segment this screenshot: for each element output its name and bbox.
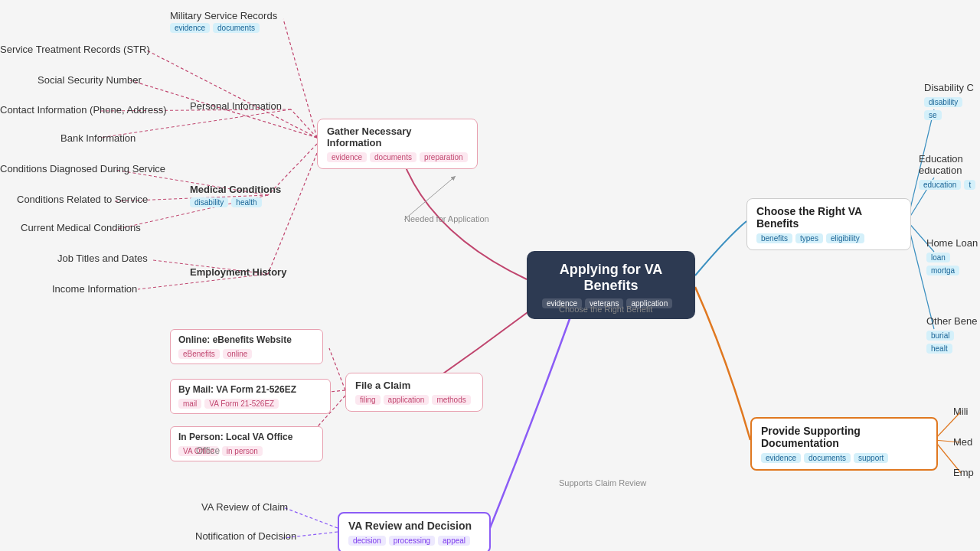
tag-evidence: evidence bbox=[327, 152, 367, 162]
leaf-office: Office bbox=[196, 445, 220, 456]
file-claim-tags: filing application methods bbox=[355, 395, 473, 405]
edge-label-choose-right: Choose the Right Benefit bbox=[559, 305, 652, 314]
node-by-mail[interactable]: By Mail: VA Form 21-526EZ mail VA Form 2… bbox=[170, 379, 331, 414]
leaf-notification: Notification of Decision bbox=[195, 530, 296, 542]
tag-application: application bbox=[384, 395, 430, 405]
leaf-bank: Bank Information bbox=[60, 132, 136, 144]
tag-se: se bbox=[924, 110, 942, 120]
in-person-title: In Person: Local VA Office bbox=[178, 432, 315, 442]
node-provide-docs[interactable]: Provide Supporting Documentation evidenc… bbox=[750, 417, 938, 471]
leaf-medical-tags: disability health bbox=[190, 197, 262, 207]
mind-map-canvas: Applying for VA Benefits evidence vetera… bbox=[0, 0, 980, 551]
node-file-claim[interactable]: File a Claim filing application methods bbox=[345, 373, 483, 412]
tag-mail: mail bbox=[178, 399, 201, 409]
leaf-medical-conditions: Medical Conditions bbox=[190, 184, 281, 195]
node-in-person[interactable]: In Person: Local VA Office VA Office in … bbox=[170, 426, 323, 461]
leaf-va-review-claim: VA Review of Claim bbox=[201, 501, 288, 513]
edge-label-needed: Needed for Application bbox=[404, 214, 489, 223]
home-loan-tags: loan mortga bbox=[926, 253, 980, 276]
tag-benefits2: benefits bbox=[756, 233, 792, 243]
edge-label-supports: Supports Claim Review bbox=[559, 478, 646, 487]
tag-types: types bbox=[795, 233, 823, 243]
choose-tags: benefits types eligibility bbox=[756, 233, 901, 243]
tag-eligibility: eligibility bbox=[826, 233, 864, 243]
node-education[interactable]: Education education education t bbox=[919, 153, 980, 190]
disability-tags: disability se bbox=[924, 97, 980, 120]
svg-line-1 bbox=[145, 50, 317, 138]
tag-methods: methods bbox=[432, 395, 470, 405]
tag-online: online bbox=[223, 349, 253, 359]
leaf-ssn: Social Security Number bbox=[38, 74, 142, 86]
node-online-ebenefits[interactable]: Online: eBenefits Website eBenefits onli… bbox=[170, 329, 323, 364]
main-node-title: Applying for VA Benefits bbox=[542, 262, 680, 294]
tag-evidence-leaf: evidence bbox=[170, 23, 210, 33]
leaf-military-tags: evidence documents bbox=[170, 23, 260, 33]
svg-line-16 bbox=[283, 507, 338, 528]
svg-line-3 bbox=[291, 109, 317, 138]
choose-title: Choose the Right VA Benefits bbox=[756, 205, 901, 230]
svg-line-13 bbox=[329, 348, 345, 390]
leaf-conditions-during: Conditions Diagnosed During Service bbox=[0, 163, 165, 174]
provide-title: Provide Supporting Documentation bbox=[761, 425, 927, 449]
tag-burial: burial bbox=[926, 331, 954, 341]
mail-title: By Mail: VA Form 21-526EZ bbox=[178, 384, 322, 395]
education-tags: education t bbox=[919, 180, 980, 190]
online-tags: eBenefits online bbox=[178, 349, 315, 359]
leaf-personal-info: Personal Information bbox=[190, 100, 282, 112]
tag-processing: processing bbox=[389, 536, 435, 546]
leaf-contact: Contact Information (Phone, Address) bbox=[0, 104, 167, 116]
tag-ebenefits: eBenefits bbox=[178, 349, 220, 359]
leaf-emp-right: Emp bbox=[953, 467, 974, 478]
node-va-review-decision[interactable]: VA Review and Decision decision processi… bbox=[338, 512, 491, 551]
gather-title: Gather Necessary Information bbox=[327, 126, 468, 148]
online-title: Online: eBenefits Website bbox=[178, 334, 315, 345]
tag-education: education bbox=[919, 180, 961, 190]
tag-vaform: VA Form 21-526EZ bbox=[204, 399, 279, 409]
node-gather[interactable]: Gather Necessary Information evidence do… bbox=[317, 119, 478, 169]
leaf-income: Income Information bbox=[52, 283, 137, 295]
tag-healt: healt bbox=[926, 344, 952, 354]
tag-disability2: disability bbox=[924, 97, 962, 107]
node-disability-c[interactable]: Disability C disability se bbox=[924, 82, 980, 120]
tag-loan: loan bbox=[926, 253, 950, 262]
leaf-current-medical: Current Medical Conditions bbox=[21, 222, 141, 233]
leaf-military-records: Military Service Records bbox=[170, 10, 277, 21]
tag-support: support bbox=[854, 453, 888, 463]
tag-decision: decision bbox=[348, 536, 386, 546]
tag-appeal: appeal bbox=[438, 536, 470, 546]
mail-tags: mail VA Form 21-526EZ bbox=[178, 399, 322, 409]
tag-health: health bbox=[231, 197, 261, 207]
leaf-mili-right: Mili bbox=[953, 406, 969, 417]
node-home-loan[interactable]: Home Loan loan mortga bbox=[926, 237, 980, 276]
tag-t: t bbox=[964, 180, 975, 190]
tag-disability: disability bbox=[190, 197, 228, 207]
tag-evidence2: evidence bbox=[761, 453, 801, 463]
home-loan-title: Home Loan bbox=[926, 237, 980, 249]
disability-title: Disability C bbox=[924, 82, 980, 93]
other-bene-title: Other Bene bbox=[926, 315, 980, 327]
tag-filing: filing bbox=[355, 395, 381, 405]
leaf-str: Service Treatment Records (STR) bbox=[0, 44, 150, 55]
svg-line-10 bbox=[268, 153, 317, 274]
tag-mortga: mortga bbox=[926, 266, 959, 276]
other-bene-tags: burial healt bbox=[926, 331, 980, 354]
leaf-job-titles: Job Titles and Dates bbox=[57, 253, 148, 264]
leaf-employment: Employment History bbox=[190, 266, 286, 278]
gather-tags: evidence documents preparation bbox=[327, 152, 468, 162]
tag-documents: documents bbox=[370, 152, 416, 162]
tag-in-person: in person bbox=[222, 446, 263, 456]
va-review-tags: decision processing appeal bbox=[348, 536, 480, 546]
tag-preparation: preparation bbox=[420, 152, 468, 162]
va-review-title: VA Review and Decision bbox=[348, 520, 480, 532]
tag-documents2: documents bbox=[804, 453, 851, 463]
leaf-med-right: Med bbox=[953, 436, 972, 448]
provide-tags: evidence documents support bbox=[761, 453, 927, 463]
education-title: Education education bbox=[919, 153, 980, 176]
node-choose-benefits[interactable]: Choose the Right VA Benefits benefits ty… bbox=[746, 198, 911, 250]
leaf-conditions-related: Conditions Related to Service bbox=[17, 194, 148, 205]
svg-line-0 bbox=[283, 19, 317, 138]
node-other-bene[interactable]: Other Bene burial healt bbox=[926, 315, 980, 354]
file-claim-title: File a Claim bbox=[355, 380, 473, 391]
tag-documents-leaf: documents bbox=[213, 23, 260, 33]
